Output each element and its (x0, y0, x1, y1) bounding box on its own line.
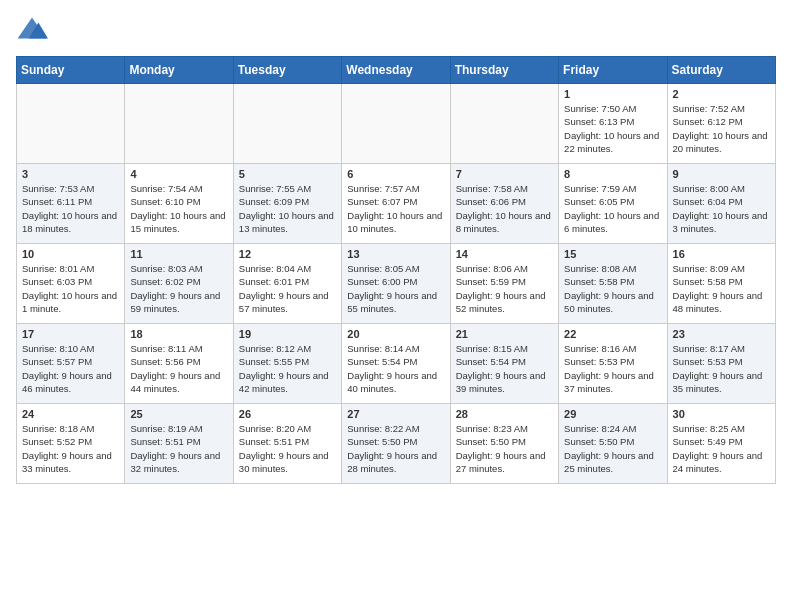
weekday-header-saturday: Saturday (667, 57, 775, 84)
calendar-cell: 24Sunrise: 8:18 AMSunset: 5:52 PMDayligh… (17, 404, 125, 484)
day-number: 20 (347, 328, 444, 340)
calendar-header-row: SundayMondayTuesdayWednesdayThursdayFrid… (17, 57, 776, 84)
day-info: Sunrise: 8:11 AMSunset: 5:56 PMDaylight:… (130, 342, 227, 395)
day-info: Sunrise: 8:05 AMSunset: 6:00 PMDaylight:… (347, 262, 444, 315)
day-number: 10 (22, 248, 119, 260)
day-number: 30 (673, 408, 770, 420)
day-info: Sunrise: 7:52 AMSunset: 6:12 PMDaylight:… (673, 102, 770, 155)
day-info: Sunrise: 8:06 AMSunset: 5:59 PMDaylight:… (456, 262, 553, 315)
day-info: Sunrise: 8:12 AMSunset: 5:55 PMDaylight:… (239, 342, 336, 395)
calendar-cell: 19Sunrise: 8:12 AMSunset: 5:55 PMDayligh… (233, 324, 341, 404)
day-number: 1 (564, 88, 661, 100)
day-number: 18 (130, 328, 227, 340)
logo-icon (16, 16, 48, 44)
page-header (16, 16, 776, 44)
day-info: Sunrise: 8:19 AMSunset: 5:51 PMDaylight:… (130, 422, 227, 475)
calendar-week-3: 10Sunrise: 8:01 AMSunset: 6:03 PMDayligh… (17, 244, 776, 324)
weekday-header-sunday: Sunday (17, 57, 125, 84)
logo (16, 16, 52, 44)
calendar-cell: 28Sunrise: 8:23 AMSunset: 5:50 PMDayligh… (450, 404, 558, 484)
day-info: Sunrise: 7:53 AMSunset: 6:11 PMDaylight:… (22, 182, 119, 235)
day-info: Sunrise: 8:00 AMSunset: 6:04 PMDaylight:… (673, 182, 770, 235)
day-number: 28 (456, 408, 553, 420)
calendar-cell: 9Sunrise: 8:00 AMSunset: 6:04 PMDaylight… (667, 164, 775, 244)
day-info: Sunrise: 8:25 AMSunset: 5:49 PMDaylight:… (673, 422, 770, 475)
calendar-cell: 21Sunrise: 8:15 AMSunset: 5:54 PMDayligh… (450, 324, 558, 404)
calendar-cell: 1Sunrise: 7:50 AMSunset: 6:13 PMDaylight… (559, 84, 667, 164)
day-number: 27 (347, 408, 444, 420)
calendar-cell: 10Sunrise: 8:01 AMSunset: 6:03 PMDayligh… (17, 244, 125, 324)
day-number: 29 (564, 408, 661, 420)
day-info: Sunrise: 8:04 AMSunset: 6:01 PMDaylight:… (239, 262, 336, 315)
day-number: 8 (564, 168, 661, 180)
day-number: 6 (347, 168, 444, 180)
weekday-header-friday: Friday (559, 57, 667, 84)
day-info: Sunrise: 7:55 AMSunset: 6:09 PMDaylight:… (239, 182, 336, 235)
day-info: Sunrise: 8:16 AMSunset: 5:53 PMDaylight:… (564, 342, 661, 395)
day-number: 13 (347, 248, 444, 260)
day-number: 7 (456, 168, 553, 180)
calendar-cell: 29Sunrise: 8:24 AMSunset: 5:50 PMDayligh… (559, 404, 667, 484)
day-number: 4 (130, 168, 227, 180)
calendar-cell: 16Sunrise: 8:09 AMSunset: 5:58 PMDayligh… (667, 244, 775, 324)
calendar-week-2: 3Sunrise: 7:53 AMSunset: 6:11 PMDaylight… (17, 164, 776, 244)
calendar-cell: 13Sunrise: 8:05 AMSunset: 6:00 PMDayligh… (342, 244, 450, 324)
weekday-header-thursday: Thursday (450, 57, 558, 84)
calendar-cell: 22Sunrise: 8:16 AMSunset: 5:53 PMDayligh… (559, 324, 667, 404)
day-number: 5 (239, 168, 336, 180)
day-number: 12 (239, 248, 336, 260)
day-number: 19 (239, 328, 336, 340)
calendar-cell: 30Sunrise: 8:25 AMSunset: 5:49 PMDayligh… (667, 404, 775, 484)
calendar-cell: 17Sunrise: 8:10 AMSunset: 5:57 PMDayligh… (17, 324, 125, 404)
calendar-week-5: 24Sunrise: 8:18 AMSunset: 5:52 PMDayligh… (17, 404, 776, 484)
calendar-cell: 12Sunrise: 8:04 AMSunset: 6:01 PMDayligh… (233, 244, 341, 324)
calendar-cell: 5Sunrise: 7:55 AMSunset: 6:09 PMDaylight… (233, 164, 341, 244)
weekday-header-wednesday: Wednesday (342, 57, 450, 84)
day-number: 3 (22, 168, 119, 180)
day-info: Sunrise: 7:58 AMSunset: 6:06 PMDaylight:… (456, 182, 553, 235)
calendar-cell: 23Sunrise: 8:17 AMSunset: 5:53 PMDayligh… (667, 324, 775, 404)
calendar-cell: 20Sunrise: 8:14 AMSunset: 5:54 PMDayligh… (342, 324, 450, 404)
day-info: Sunrise: 8:20 AMSunset: 5:51 PMDaylight:… (239, 422, 336, 475)
calendar-cell: 8Sunrise: 7:59 AMSunset: 6:05 PMDaylight… (559, 164, 667, 244)
day-info: Sunrise: 7:54 AMSunset: 6:10 PMDaylight:… (130, 182, 227, 235)
calendar-cell: 2Sunrise: 7:52 AMSunset: 6:12 PMDaylight… (667, 84, 775, 164)
day-info: Sunrise: 8:18 AMSunset: 5:52 PMDaylight:… (22, 422, 119, 475)
calendar-cell: 6Sunrise: 7:57 AMSunset: 6:07 PMDaylight… (342, 164, 450, 244)
day-number: 9 (673, 168, 770, 180)
day-info: Sunrise: 8:10 AMSunset: 5:57 PMDaylight:… (22, 342, 119, 395)
weekday-header-monday: Monday (125, 57, 233, 84)
day-number: 14 (456, 248, 553, 260)
day-number: 17 (22, 328, 119, 340)
day-number: 21 (456, 328, 553, 340)
calendar-cell (233, 84, 341, 164)
calendar-cell (125, 84, 233, 164)
calendar-cell: 11Sunrise: 8:03 AMSunset: 6:02 PMDayligh… (125, 244, 233, 324)
calendar-cell (17, 84, 125, 164)
calendar: SundayMondayTuesdayWednesdayThursdayFrid… (16, 56, 776, 484)
day-info: Sunrise: 8:24 AMSunset: 5:50 PMDaylight:… (564, 422, 661, 475)
day-number: 23 (673, 328, 770, 340)
calendar-cell: 15Sunrise: 8:08 AMSunset: 5:58 PMDayligh… (559, 244, 667, 324)
day-info: Sunrise: 8:09 AMSunset: 5:58 PMDaylight:… (673, 262, 770, 315)
day-number: 2 (673, 88, 770, 100)
weekday-header-tuesday: Tuesday (233, 57, 341, 84)
calendar-cell: 18Sunrise: 8:11 AMSunset: 5:56 PMDayligh… (125, 324, 233, 404)
day-info: Sunrise: 8:03 AMSunset: 6:02 PMDaylight:… (130, 262, 227, 315)
calendar-cell: 26Sunrise: 8:20 AMSunset: 5:51 PMDayligh… (233, 404, 341, 484)
day-number: 22 (564, 328, 661, 340)
day-number: 11 (130, 248, 227, 260)
day-number: 26 (239, 408, 336, 420)
day-info: Sunrise: 8:08 AMSunset: 5:58 PMDaylight:… (564, 262, 661, 315)
calendar-cell: 7Sunrise: 7:58 AMSunset: 6:06 PMDaylight… (450, 164, 558, 244)
calendar-cell: 27Sunrise: 8:22 AMSunset: 5:50 PMDayligh… (342, 404, 450, 484)
calendar-week-1: 1Sunrise: 7:50 AMSunset: 6:13 PMDaylight… (17, 84, 776, 164)
calendar-cell: 25Sunrise: 8:19 AMSunset: 5:51 PMDayligh… (125, 404, 233, 484)
day-info: Sunrise: 8:23 AMSunset: 5:50 PMDaylight:… (456, 422, 553, 475)
day-info: Sunrise: 8:15 AMSunset: 5:54 PMDaylight:… (456, 342, 553, 395)
day-number: 24 (22, 408, 119, 420)
day-number: 15 (564, 248, 661, 260)
calendar-cell: 4Sunrise: 7:54 AMSunset: 6:10 PMDaylight… (125, 164, 233, 244)
day-number: 25 (130, 408, 227, 420)
day-info: Sunrise: 7:57 AMSunset: 6:07 PMDaylight:… (347, 182, 444, 235)
